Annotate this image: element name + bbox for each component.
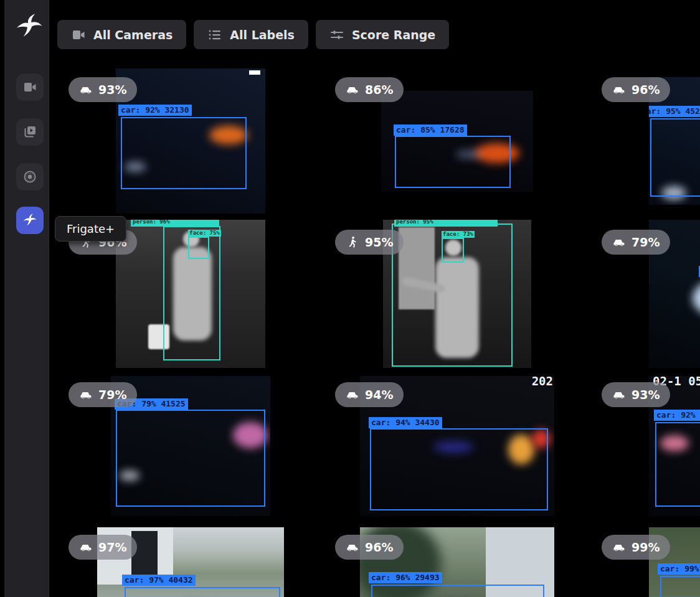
- video-camera-icon: [22, 80, 37, 95]
- badge-score: 79%: [98, 388, 126, 402]
- badge-score: 95%: [365, 235, 393, 249]
- detection-card[interactable]: 96% car: 95% 45260: [590, 65, 700, 217]
- list-icon: [207, 27, 222, 42]
- badge-score: 93%: [98, 83, 126, 96]
- detection-label: car: 95% 45260: [649, 106, 700, 117]
- detection-card[interactable]: 86% car: 85% 17628: [324, 65, 590, 217]
- badge-score: 94%: [365, 388, 393, 402]
- frigate-bird-icon: [15, 12, 44, 41]
- detection-label: car: 96% 29493: [369, 572, 442, 583]
- badge-score: 79%: [631, 235, 660, 249]
- car-icon: [612, 83, 626, 96]
- sidebar: [4, 0, 49, 597]
- badge-score: 97%: [98, 540, 126, 554]
- detection-label: car: 97% 40432: [122, 575, 196, 586]
- detection-label: car: 99% 25: [658, 563, 700, 575]
- detection-label: person: 96%: [131, 220, 219, 227]
- detection-card[interactable]: 93% car: 92% 32130: [57, 65, 324, 217]
- car-icon: [346, 388, 359, 402]
- snapshot-thumbnail[interactable]: person: 95% face: 73%: [383, 220, 531, 368]
- face-bounding-box: [188, 237, 209, 259]
- detection-card[interactable]: 79% car: 79% 41525: [57, 370, 324, 522]
- score-badge: 79%: [69, 382, 137, 407]
- sidebar-item-live[interactable]: [16, 73, 44, 101]
- score-badge: 93%: [69, 77, 137, 102]
- detection-label: car: 92% 4218: [654, 410, 700, 421]
- camera-icon: [71, 27, 86, 42]
- sidebar-item-frigate-plus[interactable]: [16, 207, 44, 234]
- detection-card[interactable]: 99% car: 99% 25: [590, 522, 700, 597]
- detection-card[interactable]: 95% person: 95% face: 73%: [324, 217, 590, 370]
- badge-score: 86%: [365, 83, 393, 96]
- frigate-logo: [15, 12, 44, 41]
- detection-label: car: 85% 17628: [394, 125, 467, 136]
- score-badge: 95%: [335, 230, 404, 255]
- frigate-bird-icon: [22, 213, 37, 228]
- score-badge: 79%: [602, 230, 670, 255]
- score-badge: 93%: [602, 382, 670, 407]
- all-cameras-button[interactable]: All Cameras: [57, 20, 186, 49]
- score-range-button[interactable]: Score Range: [316, 20, 449, 49]
- detection-label: person: 95%: [394, 220, 498, 227]
- all-labels-button[interactable]: All Labels: [194, 20, 308, 49]
- sidebar-item-explore[interactable]: [16, 163, 44, 190]
- face-label: face: 75%: [188, 230, 221, 237]
- disc-icon: [22, 169, 37, 184]
- bounding-box: [116, 410, 265, 507]
- snapshot-thumbnail[interactable]: car: 85% 17628: [381, 91, 533, 192]
- bounding-box: [125, 587, 280, 597]
- score-badge: 97%: [69, 535, 137, 560]
- detection-card[interactable]: 97% car: 97% 40432: [57, 522, 324, 597]
- face-label: face: 73%: [442, 231, 475, 238]
- all-cameras-label: All Cameras: [93, 28, 173, 42]
- bounding-box: [395, 136, 511, 188]
- timestamp-overlay: 202: [532, 376, 553, 388]
- face-bounding-box: [442, 238, 464, 263]
- doorway-shape: [131, 531, 158, 577]
- video-clips-icon: [22, 125, 37, 139]
- bounding-box: [370, 428, 548, 510]
- frigate-plus-tooltip: Frigate+: [55, 216, 126, 242]
- detection-card[interactable]: 94% 202 car: 94% 34430: [324, 370, 590, 522]
- score-badge: 94%: [335, 382, 404, 407]
- score-badge: 99%: [602, 535, 670, 560]
- headlight-glow: [693, 279, 700, 317]
- car-icon: [79, 83, 93, 96]
- score-badge: 96%: [335, 535, 404, 560]
- sidebar-item-review[interactable]: [16, 118, 44, 146]
- sliders-icon: [329, 27, 344, 42]
- bounding-box: [650, 118, 700, 197]
- bounding-box: [655, 422, 700, 507]
- score-badge: 96%: [602, 77, 670, 102]
- car-icon: [79, 388, 93, 402]
- score-range-label: Score Range: [352, 28, 435, 42]
- car-icon: [612, 388, 626, 402]
- detection-card[interactable]: 79% car: 79%: [590, 217, 700, 370]
- badge-score: 96%: [631, 83, 660, 96]
- badge-score: 93%: [631, 388, 660, 402]
- car-icon: [346, 540, 359, 554]
- score-badge: 86%: [335, 77, 404, 102]
- timestamp-fragment: [249, 70, 260, 75]
- snapshot-thumbnail[interactable]: person: 96% face: 75%: [116, 220, 265, 368]
- filter-bar: All Cameras All Labels Score Range: [57, 20, 449, 49]
- all-labels-label: All Labels: [230, 28, 295, 42]
- car-icon: [612, 235, 626, 249]
- car-icon: [346, 83, 359, 96]
- detection-card[interactable]: 93% 02-1 05 0 car: 92% 4218: [590, 370, 700, 522]
- bounding-box: [121, 117, 247, 189]
- badge-score: 99%: [631, 540, 660, 554]
- bounding-box: [660, 576, 700, 597]
- detection-label: car: 92% 32130: [118, 105, 192, 116]
- snapshot-thumbnail[interactable]: car: 92% 32130: [116, 68, 265, 214]
- detection-label: car: 94% 34430: [369, 417, 442, 428]
- detection-grid: 93% car: 92% 32130 86% car: 85% 17628: [50, 65, 700, 597]
- frigate-app-window: Frigate+ All Cameras All Labels Score Ra…: [0, 0, 700, 597]
- person-icon: [346, 235, 359, 249]
- car-icon: [612, 540, 626, 554]
- car-icon: [79, 540, 93, 554]
- badge-score: 96%: [365, 540, 393, 554]
- detection-card[interactable]: 96% car: 96% 29493: [324, 522, 590, 597]
- bounding-box: [371, 585, 544, 597]
